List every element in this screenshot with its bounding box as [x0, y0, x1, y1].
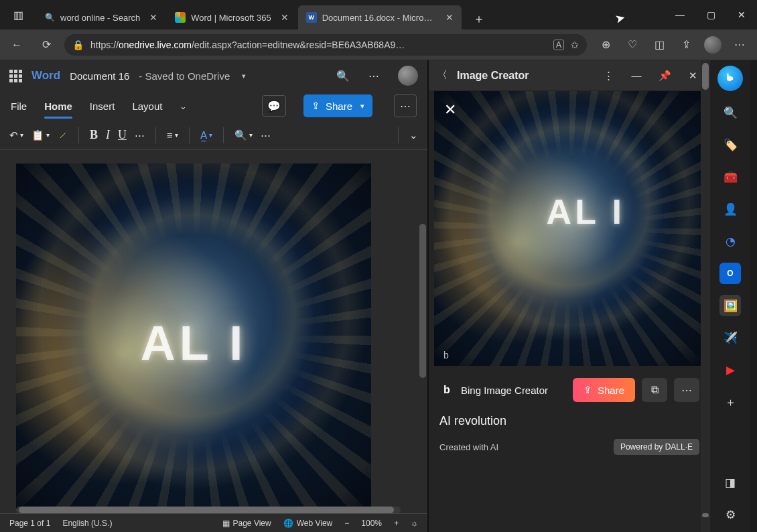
tab-file[interactable]: File [11, 96, 27, 116]
comments-button[interactable]: 💬 [262, 95, 286, 117]
paragraph-button[interactable]: ≡▾ [167, 129, 178, 141]
italic-button[interactable]: I [106, 128, 110, 142]
image-more-button[interactable]: ⋯ [674, 378, 699, 402]
maximize-button[interactable]: ▢ [695, 4, 726, 25]
bold-button[interactable]: B [90, 128, 98, 142]
tools-rail-icon[interactable]: 🧰 [719, 166, 741, 188]
document-image[interactable]: AL I [16, 163, 371, 509]
app-launcher-icon[interactable] [9, 70, 22, 82]
back-button[interactable]: ← [5, 34, 28, 56]
vertical-scrollbar[interactable] [419, 224, 426, 378]
search-rail-icon[interactable]: 🔍 [719, 102, 741, 123]
close-tab-icon[interactable]: ✕ [281, 12, 289, 23]
chevron-down-icon: ▾ [360, 102, 364, 111]
search-icon: 🔍 [44, 12, 55, 23]
pane-title: Image Creator [457, 70, 590, 82]
site-info-icon[interactable]: 🔒 [72, 40, 84, 50]
brightness-button[interactable]: ☼ [411, 519, 418, 528]
share-page-icon[interactable]: ⇪ [674, 34, 698, 56]
word-header: Word Document 16 - Saved to OneDrive ▾ 🔍… [0, 60, 427, 91]
new-tab-button[interactable]: ＋ [468, 8, 490, 29]
browser-menu-button[interactable]: ⋯ [728, 34, 752, 56]
pane-scrollbar[interactable] [701, 60, 710, 532]
zoom-in-button[interactable]: + [394, 519, 399, 528]
games-rail-icon[interactable]: 👤 [719, 198, 741, 220]
back-icon[interactable]: 〈 [437, 68, 448, 82]
share-image-button[interactable]: ⇪ Share [573, 378, 635, 402]
user-avatar[interactable] [398, 66, 418, 86]
ribbon-collapse-button[interactable]: ⌄ [409, 129, 418, 141]
undo-button[interactable]: ↶▾ [9, 129, 23, 141]
ribbon-more-button[interactable]: ⋯ [394, 94, 417, 117]
refresh-button[interactable]: ⟳ [35, 34, 58, 56]
generated-image[interactable]: AL I b [434, 91, 705, 366]
find-button[interactable]: 🔍▾ [234, 129, 253, 141]
more-tabs-chevron[interactable]: ⌄ [180, 101, 187, 111]
browser-tab-document[interactable]: W Document 16.docx - Microsoft W… ✕ [298, 5, 462, 29]
youtube-rail-icon[interactable]: ▶ [719, 359, 741, 381]
tab-title: word online - Search [60, 13, 140, 23]
search-button[interactable]: 🔍 [332, 65, 354, 86]
copy-button[interactable]: ⧉ [642, 378, 667, 402]
document-canvas[interactable]: AL I [0, 150, 427, 532]
page-indicator[interactable]: Page 1 of 1 [9, 519, 50, 528]
paste-button[interactable]: 📋▾ [31, 129, 50, 141]
zoom-out-button[interactable]: − [344, 519, 349, 528]
pane-more-button[interactable]: ⋮ [599, 66, 618, 85]
language-indicator[interactable]: English (U.S.) [62, 519, 112, 528]
close-window-button[interactable]: ✕ [726, 4, 757, 25]
close-image-icon[interactable]: ✕ [441, 101, 460, 119]
font-more-button[interactable]: ⋯ [135, 129, 145, 141]
tab-insert[interactable]: Insert [90, 96, 115, 116]
page-view-button[interactable]: ▦Page View [222, 519, 271, 528]
bing-chat-button[interactable] [717, 66, 743, 91]
browser-tab-m365[interactable]: Word | Microsoft 365 ✕ [167, 5, 296, 29]
favorite-icon[interactable]: ✩ [571, 40, 579, 50]
profile-button[interactable] [701, 34, 725, 56]
collections-icon[interactable]: ⊕ [594, 34, 618, 56]
hide-sidebar-icon[interactable]: ◨ [719, 472, 741, 493]
word-brand[interactable]: Word [31, 69, 60, 82]
add-rail-icon[interactable]: ＋ [719, 391, 741, 413]
styles-button[interactable]: A̲▾ [200, 129, 212, 141]
word-status-bar: Page 1 of 1 English (U.S.) ▦Page View 🌐W… [0, 513, 427, 532]
underline-button[interactable]: U [118, 128, 127, 142]
screenshot-icon[interactable]: ◫ [647, 34, 671, 56]
performance-icon[interactable]: ♡ [620, 34, 644, 56]
tab-home[interactable]: Home [44, 96, 72, 116]
pane-minimize-button[interactable]: ― [627, 66, 646, 85]
outlook-rail-icon[interactable]: O [719, 263, 741, 284]
format-painter-button[interactable]: ⟋ [58, 129, 68, 141]
tab-actions-icon[interactable]: ▥ [7, 3, 29, 26]
document-title[interactable]: Document 16 [70, 70, 129, 82]
ribbon-overflow-button[interactable]: ⋯ [261, 129, 271, 141]
share-icon: ⇪ [583, 384, 592, 396]
minimize-button[interactable]: ― [665, 4, 695, 25]
pane-pin-button[interactable]: 📌 [655, 66, 674, 85]
save-status[interactable]: - Saved to OneDrive [139, 70, 230, 82]
share-button[interactable]: ⇪ Share ▾ [303, 94, 372, 117]
horizontal-scrollbar[interactable] [16, 507, 401, 513]
edge-sidebar: 🔍 🏷️ 🧰 👤 ◔ O 🖼️ ✈️ ▶ ＋ ◨ ⚙ [710, 60, 750, 532]
bing-logo-icon: b [439, 383, 454, 397]
tab-layout[interactable]: Layout [132, 96, 162, 116]
image-prompt: AI revolution [439, 414, 699, 428]
tab-title: Word | Microsoft 365 [191, 13, 271, 23]
settings-rail-icon[interactable]: ⚙ [719, 504, 741, 525]
reader-mode-icon[interactable]: A [553, 40, 564, 50]
image-creator-rail-icon[interactable]: 🖼️ [719, 295, 741, 316]
shopping-rail-icon[interactable]: 🏷️ [719, 134, 741, 155]
drop-rail-icon[interactable]: ✈️ [719, 327, 741, 348]
pane-close-button[interactable]: ✕ [683, 66, 702, 85]
web-view-button[interactable]: 🌐Web View [283, 519, 333, 528]
close-tab-icon[interactable]: ✕ [149, 12, 157, 23]
chevron-down-icon[interactable]: ▾ [242, 72, 246, 80]
header-more-button[interactable]: ⋯ [363, 65, 385, 86]
url-input[interactable]: 🔒 https://onedrive.live.com/edit.aspx?ac… [64, 34, 587, 56]
zoom-level[interactable]: 100% [361, 519, 382, 528]
browser-tab-search[interactable]: 🔍 word online - Search ✕ [36, 5, 165, 29]
tab-title: Document 16.docx - Microsoft W… [322, 13, 436, 23]
close-tab-icon[interactable]: ✕ [445, 12, 454, 23]
image-overlay-text: AL I [141, 316, 247, 371]
m365-rail-icon[interactable]: ◔ [719, 230, 741, 252]
